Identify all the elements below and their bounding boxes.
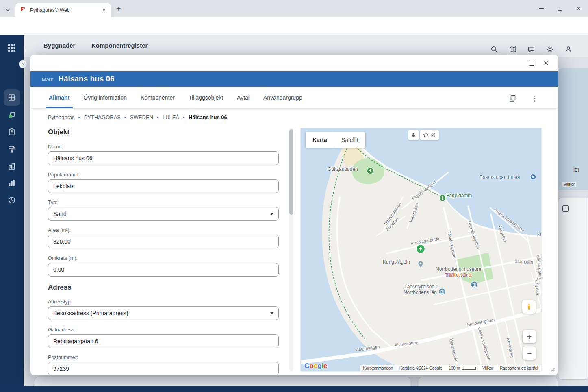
tab-search-chevron-icon[interactable] — [5, 6, 11, 13]
draw-polygon-tool-button[interactable] — [423, 132, 429, 138]
selected-object-marker[interactable] — [415, 244, 426, 256]
copy-icon[interactable] — [508, 94, 517, 103]
place-label-lansstyrelsen: Länsstyrelsen iNorrbottens län — [387, 284, 437, 295]
popularnamn-label: Populärnamn: — [48, 172, 80, 178]
place-label-fageldamm: Fågeldamm — [446, 193, 472, 198]
map-type-satellit-button[interactable]: Satellit — [334, 132, 365, 148]
form-scrollbar-thumb[interactable] — [289, 129, 293, 215]
popularnamn-input[interactable] — [48, 179, 279, 193]
new-tab-button[interactable]: + — [116, 3, 121, 14]
pegman-button[interactable] — [522, 300, 536, 314]
dialog-title-bar: Mark: Hälsans hus 06 — [30, 71, 558, 87]
browser-tab-strip: Pythagoras® Web × + × — [0, 0, 588, 17]
postnummer-input[interactable] — [48, 362, 279, 375]
object-dialog: × Mark: Hälsans hus 06 Allmänt Övrig inf… — [30, 55, 558, 375]
window-minimize-button[interactable] — [532, 0, 551, 17]
map-type-control: Karta Satellit — [306, 132, 365, 148]
object-type-label: Mark: — [42, 77, 54, 83]
omkrets-label: Omkrets (m): — [48, 255, 78, 261]
tab-anvandargrupp[interactable]: Användargrupp — [258, 87, 307, 108]
dialog-close-button[interactable]: × — [542, 59, 551, 68]
postnummer-label: Postnummer: — [48, 355, 78, 360]
map-canvas[interactable]: Fagerlinsvägen Tjärhovsgatan Vattugatan … — [301, 128, 541, 371]
namn-label: Namn: — [48, 144, 63, 150]
park-marker[interactable] — [367, 167, 374, 176]
lansstyrelsen-marker[interactable] — [438, 288, 446, 297]
tab-title: Pythagoras® Web — [30, 7, 101, 13]
museum-status-label: Tillfälligt stängt — [445, 273, 472, 277]
breadcrumb-separator-icon: ► — [124, 116, 127, 119]
breadcrumb-item[interactable]: Pythagoras — [48, 114, 75, 120]
breadcrumb: Pythagoras ► PYTHAGORAS ► SWEDEN ► LULEÅ… — [48, 114, 227, 120]
tab-allmant[interactable]: Allmänt — [44, 87, 74, 108]
bastustugan-marker[interactable] — [530, 174, 536, 182]
omkrets-input[interactable] — [48, 263, 279, 277]
google-logo: Google — [304, 362, 327, 370]
breadcrumb-separator-icon: ► — [182, 116, 185, 119]
museum-marker[interactable] — [471, 281, 478, 290]
tab-komponenter[interactable]: Komponenter — [136, 87, 180, 108]
gatuadress-input[interactable] — [48, 334, 279, 348]
draw-tools-group — [420, 130, 439, 140]
zoom-out-button[interactable]: − — [523, 346, 536, 360]
tab-tillaggsobjekt[interactable]: Tilläggsobjekt — [184, 87, 228, 108]
clear-polygon-tool-button[interactable] — [430, 132, 436, 138]
pythagoras-favicon-icon — [20, 6, 26, 14]
breadcrumb-item[interactable]: PYTHAGORAS — [84, 114, 121, 120]
screen: Pythagoras® Web × + × ← → pim.pythagoras… — [0, 0, 588, 392]
tab-ovrig-information[interactable]: Övrig information — [78, 87, 132, 108]
place-label-gultzauudden: Gültzauudden — [328, 166, 358, 172]
keyboard-shortcuts-link[interactable]: Kortkommandon — [363, 366, 393, 370]
breadcrumb-item[interactable]: SWEDEN — [130, 114, 153, 120]
dialog-title: Hälsans hus 06 — [58, 74, 114, 83]
dialog-menu-kebab-icon[interactable] — [529, 94, 539, 103]
form-scrollbar — [289, 128, 293, 371]
area-input[interactable] — [48, 235, 279, 248]
gatuadress-label: Gatuadress: — [48, 327, 76, 333]
scale-bar — [462, 367, 476, 370]
place-label-bastustugan: Bastustugan Luleå — [480, 174, 520, 180]
place-label-kungsfageln: Kungsfågeln — [383, 259, 410, 265]
map-data-label: Kartdata ©2024 Google — [399, 366, 442, 370]
breadcrumb-separator-icon: ► — [78, 116, 81, 119]
breadcrumb-current: Hälsans hus 06 — [189, 114, 227, 120]
chevron-down-icon — [270, 312, 273, 314]
tab-avtal[interactable]: Avtal — [232, 87, 254, 108]
section-objekt-heading: Objekt — [48, 128, 69, 136]
pan-tool-button[interactable] — [408, 130, 419, 140]
dialog-resize-grip[interactable] — [549, 366, 555, 372]
breadcrumb-separator-icon: ► — [156, 116, 159, 119]
map-type-karta-button[interactable]: Karta — [306, 132, 334, 148]
browser-tab[interactable]: Pythagoras® Web × — [15, 3, 111, 17]
street-label: Sl — [537, 232, 541, 237]
terms-link[interactable]: Villkor — [482, 366, 493, 370]
window-maximize-button[interactable] — [551, 0, 569, 17]
zoom-in-button[interactable]: + — [523, 330, 536, 343]
adresstyp-select-value: Besöksadress (Primäradress) — [53, 310, 128, 316]
tab-close-icon[interactable]: × — [101, 7, 107, 13]
dialog-header[interactable]: × — [30, 55, 558, 71]
typ-select[interactable]: Sand — [48, 207, 279, 221]
dialog-tabs: Allmänt Övrig information Komponenter Ti… — [30, 87, 558, 109]
report-map-error-link[interactable]: Rapportera ett kartfel — [500, 366, 538, 370]
browser-toolbar: ← → pim.pythagoras.se/py_datamanager_int… — [0, 17, 588, 35]
adresstyp-label: Adresstyp: — [48, 299, 72, 305]
typ-select-value: Sand — [53, 211, 67, 217]
section-adress-heading: Adress — [48, 283, 72, 292]
adresstyp-select[interactable]: Besöksadress (Primäradress) — [48, 306, 279, 320]
sidebar-collapse-chevron[interactable]: › — [19, 60, 27, 68]
namn-input[interactable] — [48, 151, 279, 165]
typ-label: Typ: — [48, 200, 58, 205]
area-label: Area (m²): — [48, 227, 71, 233]
kungsfageln-marker[interactable] — [418, 261, 423, 269]
app-footer-strip — [0, 386, 588, 392]
map-attribution: Kortkommandon Kartdata ©2024 Google 100 … — [360, 365, 541, 371]
window-controls: × — [532, 0, 588, 17]
window-close-button[interactable]: × — [569, 0, 588, 17]
breadcrumb-item[interactable]: LULEÅ — [163, 114, 179, 120]
map-scale: 100 m — [449, 366, 476, 370]
chevron-down-icon — [270, 213, 273, 215]
dialog-maximize-button[interactable] — [527, 59, 536, 68]
fageldamm-marker[interactable] — [439, 194, 446, 203]
place-label-museum: Norrbottens museumTillfälligt stängt — [434, 266, 483, 278]
